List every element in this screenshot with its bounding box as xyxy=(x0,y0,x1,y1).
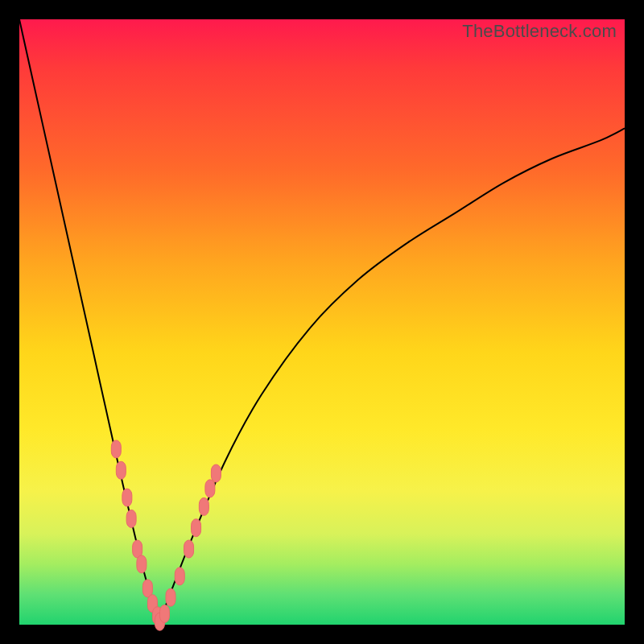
data-marker xyxy=(205,480,215,497)
data-marker xyxy=(137,555,147,573)
data-marker xyxy=(122,489,132,506)
data-marker xyxy=(199,497,208,515)
data-marker xyxy=(126,510,136,527)
data-marker xyxy=(175,568,184,585)
plot-area: TheBottleneck.com xyxy=(19,19,625,625)
data-marker xyxy=(184,540,194,558)
data-marker xyxy=(211,464,221,482)
curve-right-branch xyxy=(159,128,625,625)
data-marker xyxy=(166,588,175,606)
marker-group xyxy=(111,440,221,630)
data-marker xyxy=(111,440,121,458)
data-marker xyxy=(116,461,126,479)
data-marker xyxy=(159,605,169,622)
curve-layer xyxy=(19,19,625,625)
chart-frame: TheBottleneck.com xyxy=(0,0,644,644)
data-marker xyxy=(192,519,201,537)
curve-left-branch xyxy=(19,19,159,625)
